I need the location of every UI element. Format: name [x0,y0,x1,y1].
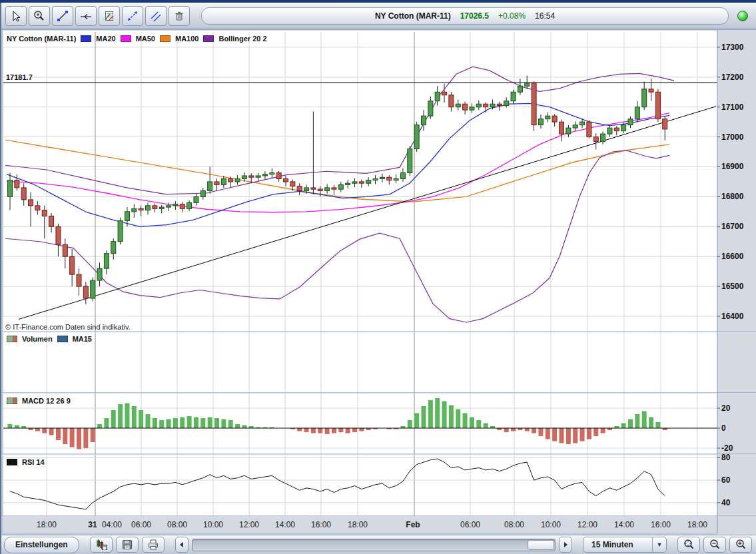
price-axis-label: 17300 [721,43,743,52]
rsi-panel-legend: RSI 14 [7,458,45,466]
ma15-label: MA15 [73,335,92,343]
zoom-in-icon [734,538,747,551]
time-axis-label: 16:00 [651,520,671,529]
dashed-trendline-tool-button[interactable] [122,6,143,26]
chart-canvas [0,0,756,554]
printer-icon [147,538,160,551]
floppy-disk-icon [121,538,134,551]
annotations-icon [103,9,116,23]
time-axis-label: 10:00 [541,520,561,529]
save-chart-template-button[interactable] [90,537,113,553]
pointer-tool-button[interactable] [5,6,27,26]
zoom-mode-icon [33,9,46,23]
rsi-axis-label: 40 [721,498,730,507]
macd-panel-legend: MACD 12 26 9 [7,397,71,405]
quote-change: +0.08% [498,11,526,21]
macd-axis-label: 20 [721,404,730,413]
volume-label: Volumen [22,335,53,343]
ma50-label: MA50 [136,35,155,43]
arrow-left-icon [179,541,185,548]
macd-label: MACD 12 26 9 [22,397,71,405]
time-axis-label: 08:00 [504,520,524,529]
scroll-right-button[interactable] [559,537,572,553]
quote-price: 17026.5 [460,11,489,21]
window-top-border [0,0,756,3]
top-toolbar: NY Cotton (MAR-11) 17026.5 +0.08% 16:54 [0,3,756,29]
price-axis-label: 16800 [721,192,743,201]
ma50-swatch [121,35,131,42]
chart-save-icon [95,538,108,551]
time-axis-label: 18:00 [348,520,368,529]
settings-button-label: Einstellungen [15,540,68,549]
time-axis-label: 14:00 [614,520,634,529]
ma100-label: MA100 [175,35,198,43]
trendline-icon [56,9,69,23]
price-axis-label: 16900 [721,162,743,171]
zoom-fit-icon [682,538,695,551]
scroll-left-button[interactable] [175,537,189,553]
parallel-lines-tool-button[interactable] [145,6,167,26]
quote-bar[interactable]: NY Cotton (MAR-11) 17026.5 +0.08% 16:54 [201,7,729,25]
macd-axis-label: 0 [721,423,726,433]
annotations-tool-button[interactable] [99,6,120,26]
time-axis-label: 06:00 [131,520,151,529]
legend-instrument-title: NY Cotton (MAR-11) [7,35,76,43]
settings-button[interactable]: Einstellungen [4,537,79,553]
ma20-swatch [81,35,91,42]
zoom-mode-tool-button[interactable] [29,6,50,26]
price-axis-label: 16500 [721,282,743,291]
rsi-swatch [7,459,17,465]
timeframe-value: 15 Minuten [591,540,633,549]
time-axis-label: 14:00 [275,520,295,529]
time-axis-label: 18:00 [687,520,707,529]
quote-time: 16:54 [535,11,555,21]
parallel-lines-icon [149,9,163,23]
trendline-tool-button[interactable] [52,6,73,26]
rsi-axis-label: 80 [721,453,730,462]
time-axis-label: Feb [406,520,420,529]
print-button[interactable] [142,537,165,553]
price-panel-legend: NY Cotton (MAR-11) MA20 MA50 MA100 Bolli… [7,35,267,43]
time-scrollbar[interactable] [192,539,556,551]
ma20-label: MA20 [96,35,115,43]
time-axis-label: 12:00 [577,520,597,529]
zoom-out-button[interactable] [703,537,726,553]
zoom-in-button[interactable] [729,537,752,553]
trash-icon [173,9,186,23]
time-scrollbar-thumb[interactable] [528,540,554,550]
timeframe-dropdown[interactable]: 15 Minuten ▼ [583,537,667,553]
copyright-note: © IT-Finance.com Daten sind indikativ. [5,323,131,331]
time-axis-label: 06:00 [460,520,480,529]
arrow-right-icon [562,541,569,548]
time-axis-label: 16:00 [311,520,331,529]
rsi-label: RSI 14 [22,458,45,466]
bottom-toolbar: Einstellungen 15 Minuten ▼ [0,535,756,554]
time-axis-label: 10:00 [203,520,223,529]
horizontal-line-tool-button[interactable] [75,6,97,26]
quote-instrument: NY Cotton (MAR-11) [375,11,451,21]
rsi-axis-label: 60 [721,475,730,485]
chevron-down-icon: ▼ [652,537,666,552]
zoom-fit-button[interactable] [677,537,700,553]
ma15-swatch [57,336,68,342]
time-axis-label: 12:00 [239,520,259,529]
bollinger-swatch [203,35,214,42]
price-axis-label: 16400 [721,312,743,321]
time-axis-label: 08:00 [167,520,187,529]
macd-axis-label: -20 [721,443,733,453]
zoom-out-icon [708,538,721,551]
price-axis-label: 16600 [721,252,743,261]
horizontal-line-icon [79,9,93,23]
volume-swatch [7,336,17,342]
window-left-border [0,3,1,554]
price-axis-label: 17100 [721,103,743,112]
time-axis-label: 31 [88,520,97,529]
save-button[interactable] [116,537,139,553]
ma100-swatch [160,35,171,42]
price-axis-label: 17200 [721,73,743,82]
price-axis-label: 16700 [721,222,743,231]
price-line-label: 17181.7 [6,73,33,81]
time-axis-label: 04:00 [102,520,122,529]
volume-panel-legend: Volumen MA15 [7,335,92,343]
delete-drawings-tool-button[interactable] [169,6,190,26]
